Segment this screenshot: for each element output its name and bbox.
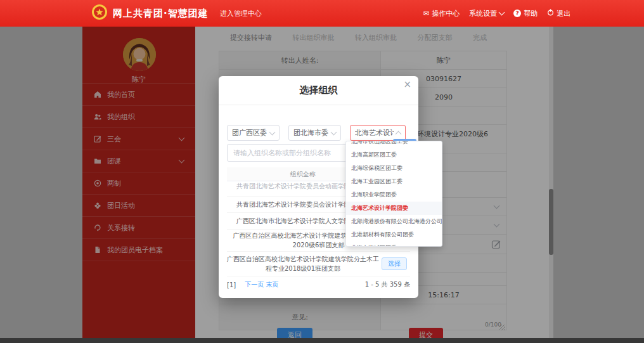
pagination: [1] 下一页 末页 1 - 5 共 359 条	[227, 280, 410, 289]
chevron-down-icon	[269, 129, 276, 135]
dropdown-item[interactable]: 北海工业园区团工委	[346, 175, 442, 188]
dropdown-item[interactable]: 北港新材料有限公司团委	[346, 228, 442, 242]
pagination-links[interactable]: 下一页 末页	[245, 280, 278, 289]
dropdown-item[interactable]: 北海市铁山港区团工委	[346, 141, 442, 148]
ops-center-nav[interactable]: ✉ 操作中心	[423, 9, 460, 18]
dropdown-item-selected[interactable]: 北海艺术设计学院团委	[346, 202, 442, 215]
logout-nav[interactable]: 退出	[547, 9, 570, 18]
app-title: 网上共青团·智慧团建	[113, 8, 209, 20]
power-icon	[547, 9, 554, 18]
divider	[219, 105, 418, 105]
pagination-summary: 1 - 5 共 359 条	[365, 280, 410, 289]
dropdown-item[interactable]: 北海职业学院团委	[346, 188, 442, 202]
enter-admin-link[interactable]: 进入管理中心	[220, 9, 262, 18]
app-window: 网上共青团·智慧团建 进入管理中心 ✉ 操作中心 系统设置 ? 帮助 退出	[0, 0, 644, 343]
chevron-down-icon	[331, 129, 337, 135]
dropdown-item[interactable]: 北海市海城区团委	[346, 242, 442, 247]
mail-icon: ✉	[423, 10, 429, 18]
top-header: 网上共青团·智慧团建 进入管理中心 ✉ 操作中心 系统设置 ? 帮助 退出	[0, 0, 644, 27]
region-select[interactable]: 团广西区委	[227, 125, 280, 141]
dropdown-item[interactable]: 北海综保税区团工委	[346, 162, 442, 175]
chevron-down-icon	[499, 10, 505, 16]
org-dropdown-list: 北海市铁山港区团工委 北海高新区团工委 北海综保税区团工委 北海工业园区团工委 …	[345, 141, 442, 247]
help-nav[interactable]: ? 帮助	[513, 9, 538, 18]
select-row-button[interactable]: 选择	[382, 257, 407, 270]
chevron-up-icon	[396, 131, 402, 137]
dropdown-item[interactable]: 北海高新区团工委	[346, 148, 442, 162]
system-settings-nav[interactable]: 系统设置	[469, 9, 504, 18]
league-emblem-icon	[91, 4, 108, 23]
table-row[interactable]: 广西区自治区高校北海艺术设计学院建筑学院分土木工程专业2018级01班团支部 选…	[227, 252, 410, 276]
modal-title: 选择组织	[219, 84, 418, 96]
current-page[interactable]: [1]	[227, 282, 236, 288]
question-icon: ?	[513, 10, 521, 17]
dropdown-item[interactable]: 北部湾港股份有限公司北海港分公司团委	[346, 215, 442, 228]
city-select[interactable]: 团北海市委	[288, 125, 341, 141]
